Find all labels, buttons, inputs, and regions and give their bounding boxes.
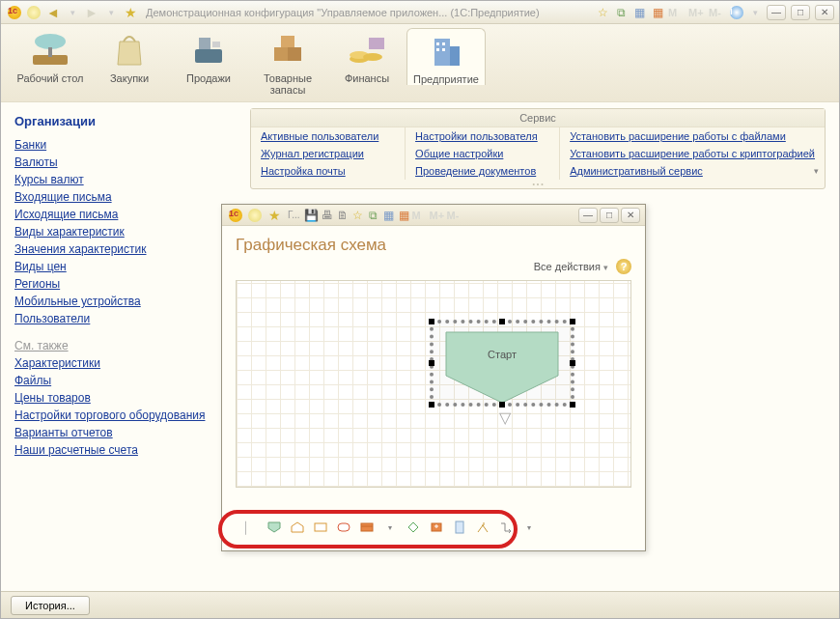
child-close-button[interactable]: ✕ xyxy=(621,208,640,223)
service-col: Установить расширение работы с файлами У… xyxy=(560,127,825,180)
help-icon[interactable]: ? xyxy=(616,259,631,274)
sidebar-seealso-link[interactable]: Наши расчетные счета xyxy=(14,443,237,457)
minimize-button[interactable]: — xyxy=(767,5,786,20)
service-link[interactable]: Активные пользователи xyxy=(251,127,405,145)
calculator-icon[interactable]: ▦ xyxy=(381,208,397,223)
shape-data-icon[interactable] xyxy=(429,520,444,535)
info-dropdown[interactable]: ▾ xyxy=(747,5,763,20)
section-desktop[interactable]: Рабочий стол xyxy=(11,30,90,84)
statusbar: История... xyxy=(1,591,839,618)
section-finance[interactable]: Финансы xyxy=(327,30,406,84)
m-plus-button[interactable]: M+ xyxy=(430,210,447,221)
sidebar-seealso-link[interactable]: Характеристики xyxy=(14,356,237,370)
m-button[interactable]: M xyxy=(668,7,686,18)
sidebar-link[interactable]: Виды цен xyxy=(14,260,237,273)
nav-forward-dropdown[interactable]: ▾ xyxy=(103,5,119,20)
sidebar-link[interactable]: Входящие письма xyxy=(14,190,237,204)
menu-circle-icon[interactable] xyxy=(26,5,42,20)
dropdown-icon[interactable]: ▾ xyxy=(521,520,537,535)
shape-start-icon[interactable] xyxy=(266,520,282,535)
menu-circle-icon[interactable] xyxy=(247,208,263,223)
svg-rect-5 xyxy=(212,42,220,47)
m-plus-button[interactable]: M+ xyxy=(688,7,706,18)
chevron-down-icon[interactable]: ▾ xyxy=(814,166,819,176)
coins-icon xyxy=(344,30,390,69)
calendar-icon[interactable]: ▦ xyxy=(397,208,412,223)
history-button[interactable]: История... xyxy=(11,596,90,615)
service-link[interactable]: Установить расширение работы с криптогра… xyxy=(560,145,825,162)
section-panel: Рабочий стол Закупки Продажи Товарные за… xyxy=(1,24,839,101)
sidebar-link[interactable]: Значения характеристик xyxy=(14,242,237,256)
shape-end-icon[interactable] xyxy=(290,520,305,535)
m-button[interactable]: M xyxy=(412,210,430,221)
sidebar-link[interactable]: Регионы xyxy=(14,277,237,291)
shape-decision-icon[interactable] xyxy=(406,520,421,535)
sidebar-seealso-link[interactable]: Настройки торгового оборудования xyxy=(14,408,237,422)
shape-connector-icon[interactable] xyxy=(475,520,490,535)
dropdown-icon[interactable]: ▾ xyxy=(382,520,398,535)
sidebar-seealso-link[interactable]: Варианты отчетов xyxy=(14,426,237,439)
section-purchases[interactable]: Закупки xyxy=(90,30,169,84)
sidebar-link[interactable]: Валюты xyxy=(14,155,237,169)
add-favorite-icon[interactable]: ☆ xyxy=(350,208,366,223)
info-icon[interactable]: i xyxy=(729,5,744,20)
sidebar-link[interactable]: Исходящие письма xyxy=(14,208,237,221)
diagram-canvas[interactable]: Старт ▽ xyxy=(236,280,631,488)
bag-icon xyxy=(106,30,153,69)
m-minus-button[interactable]: M- xyxy=(447,210,464,221)
maximize-button[interactable]: □ xyxy=(791,5,810,20)
service-link[interactable]: Административный сервис xyxy=(560,162,825,180)
sidebar-link[interactable]: Мобильные устройства xyxy=(14,295,237,308)
print-icon[interactable]: 🖶 xyxy=(320,208,335,223)
shape-document-icon[interactable] xyxy=(452,520,467,535)
nav-forward-button[interactable]: ► xyxy=(84,5,99,20)
section-sales[interactable]: Продажи xyxy=(169,30,248,84)
sidebar-link[interactable]: Пользователи xyxy=(14,312,237,325)
sidebar-seealso-link[interactable]: Файлы xyxy=(14,374,237,387)
nav-back-button[interactable]: ◄ xyxy=(45,5,61,20)
service-link[interactable]: Настройки пользователя xyxy=(406,127,559,145)
svg-rect-3 xyxy=(195,49,222,63)
main-column: Сервис Активные пользователи Журнал реги… xyxy=(250,102,839,593)
service-link[interactable]: Настройка почты xyxy=(251,162,405,180)
shape-line-icon[interactable] xyxy=(498,520,514,535)
calculator-icon[interactable]: ▦ xyxy=(631,5,647,20)
svg-rect-18 xyxy=(442,48,445,51)
shape-subprocess-icon[interactable] xyxy=(359,520,375,535)
favorites-star-icon[interactable]: ★ xyxy=(123,5,138,20)
service-link[interactable]: Установить расширение работы с файлами xyxy=(560,127,825,145)
child-maximize-button[interactable]: □ xyxy=(600,208,619,223)
favorites-star-icon[interactable]: ★ xyxy=(266,208,282,223)
calendar-icon[interactable]: ▦ xyxy=(650,5,665,20)
desktop-icon xyxy=(27,30,73,69)
add-favorite-icon[interactable]: ☆ xyxy=(595,5,610,20)
preview-icon[interactable]: 🗎 xyxy=(335,208,350,223)
history-icon[interactable]: ⧉ xyxy=(613,5,629,20)
service-grip[interactable]: • • • xyxy=(251,180,825,188)
sidebar-link[interactable]: Банки xyxy=(14,138,237,152)
ruler-icon[interactable]: ⎸ xyxy=(243,520,259,535)
sidebar-link[interactable]: Курсы валют xyxy=(14,173,237,186)
section-inventory[interactable]: Товарные запасы xyxy=(248,30,327,96)
sidebar-link[interactable]: Виды характеристик xyxy=(14,225,237,239)
all-actions-button[interactable]: Все действия ▾ xyxy=(534,261,608,272)
history-icon[interactable]: ⧉ xyxy=(366,208,381,223)
section-enterprise[interactable]: Предприятие xyxy=(406,28,486,85)
sidebar-seealso-heading: См. также xyxy=(14,339,237,352)
service-link[interactable]: Проведение документов xyxy=(406,162,559,180)
child-minimize-button[interactable]: — xyxy=(578,208,598,223)
shape-terminator-icon[interactable] xyxy=(336,520,351,535)
svg-rect-20 xyxy=(338,523,350,531)
m-minus-button[interactable]: M- xyxy=(709,7,726,18)
save-icon[interactable]: 💾 xyxy=(304,208,320,223)
shape-process-icon[interactable] xyxy=(313,520,328,535)
service-link[interactable]: Журнал регистрации xyxy=(251,145,405,162)
close-button[interactable]: ✕ xyxy=(815,5,834,20)
selection-rect[interactable] xyxy=(430,320,574,407)
section-label: Рабочий стол xyxy=(16,72,83,84)
svg-rect-4 xyxy=(199,38,210,49)
service-link[interactable]: Общие настройки xyxy=(406,145,559,162)
sidebar-seealso-link[interactable]: Цены товаров xyxy=(14,391,237,405)
nav-back-dropdown[interactable]: ▾ xyxy=(65,5,80,20)
service-col: Настройки пользователя Общие настройки П… xyxy=(406,127,560,180)
